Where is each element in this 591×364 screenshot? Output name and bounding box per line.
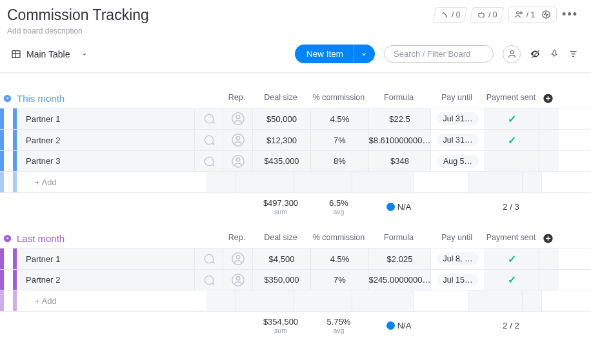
cell-payment-sent[interactable]: ✓ — [485, 270, 539, 290]
column-header-pay-until[interactable]: Pay until — [430, 233, 484, 244]
cell-formula[interactable]: $2.025 — [369, 248, 431, 269]
column-header-payment-sent[interactable]: Payment sent — [484, 93, 538, 104]
column-header-formula[interactable]: Formula — [368, 233, 430, 244]
add-column-button[interactable] — [538, 233, 557, 244]
cell-deal-size[interactable]: $4,500 — [253, 248, 311, 269]
caret-down-icon — [3, 234, 12, 243]
cell-formula[interactable]: $348 — [369, 151, 431, 171]
view-tab-main-table[interactable]: Main Table — [7, 46, 92, 62]
hide-button[interactable] — [530, 48, 541, 59]
cell-payment-sent[interactable]: ✓ — [485, 108, 539, 129]
row-end — [539, 108, 559, 129]
cell-commission[interactable]: 4.5% — [311, 108, 369, 129]
column-header-rep[interactable]: Rep. — [222, 93, 252, 104]
check-icon: ✓ — [508, 274, 516, 286]
view-tab-label: Main Table — [26, 49, 70, 59]
row-end — [539, 270, 559, 290]
person-filter-button[interactable] — [503, 45, 521, 63]
column-header-formula[interactable]: Formula — [368, 93, 430, 104]
board-description[interactable]: Add board description — [7, 26, 149, 35]
column-header-pay-until[interactable]: Pay until — [430, 93, 484, 104]
info-icon — [386, 203, 395, 211]
row-name-cell[interactable]: Partner 1 — [17, 248, 195, 269]
cell-payment-sent[interactable] — [485, 151, 539, 171]
svg-rect-0 — [479, 13, 484, 17]
column-header-deal[interactable]: Deal size — [252, 93, 310, 104]
cell-commission[interactable]: 8% — [311, 151, 369, 171]
group-title[interactable]: This month — [15, 93, 222, 104]
row-name-cell[interactable]: Partner 2 — [17, 270, 195, 290]
row-chat-button[interactable] — [195, 108, 223, 129]
row-chat-button[interactable] — [195, 130, 223, 150]
search-input[interactable] — [394, 49, 484, 59]
cell-rep[interactable] — [223, 130, 253, 150]
row-chat-button[interactable] — [195, 270, 223, 290]
cell-commission[interactable]: 7% — [311, 270, 369, 290]
cell-deal-size[interactable]: $12,300 — [253, 130, 311, 150]
new-item-button[interactable]: New Item — [295, 45, 354, 63]
chat-icon — [203, 274, 215, 287]
add-column-button[interactable] — [538, 93, 557, 104]
cell-rep[interactable] — [223, 151, 253, 171]
chat-icon — [203, 155, 215, 168]
search-input-wrap[interactable] — [384, 45, 494, 63]
integration-pill-1[interactable]: / 0 — [432, 7, 467, 23]
cell-deal-size[interactable]: $435,000 — [253, 151, 311, 171]
cell-payment-sent[interactable]: ✓ — [485, 248, 539, 269]
add-row-label[interactable]: + Add — [17, 290, 206, 311]
chevron-down-icon — [81, 51, 88, 57]
cell-commission[interactable]: 7% — [311, 130, 369, 150]
column-header-commission[interactable]: % commission — [310, 233, 368, 244]
cell-rep[interactable] — [223, 108, 253, 129]
cell-pay-until[interactable]: Jul 31… — [431, 108, 485, 129]
person-icon — [231, 112, 245, 126]
svg-point-9 — [236, 116, 240, 119]
group-title[interactable]: Last month — [15, 233, 222, 244]
add-row[interactable]: + Add — [0, 290, 591, 312]
filter-button[interactable] — [568, 49, 578, 59]
svg-point-19 — [236, 276, 240, 280]
cell-rep[interactable] — [223, 270, 253, 290]
row-end — [539, 248, 559, 269]
cell-deal-size[interactable]: $50,000 — [253, 108, 311, 129]
new-item-dropdown[interactable] — [354, 45, 375, 63]
cell-deal-size[interactable]: $350,000 — [253, 270, 311, 290]
check-icon: ✓ — [508, 134, 516, 147]
cell-pay-until[interactable]: Jul 15… — [431, 270, 485, 290]
group-collapse-toggle[interactable] — [1, 232, 13, 244]
members-pill[interactable]: / 1 — [508, 6, 557, 23]
cell-formula[interactable]: $22.5 — [369, 108, 431, 129]
cell-commission[interactable]: 4.5% — [311, 248, 369, 269]
cell-pay-until[interactable]: Aug 5… — [431, 151, 485, 171]
column-header-deal[interactable]: Deal size — [252, 233, 310, 244]
column-header-payment-sent[interactable]: Payment sent — [484, 233, 538, 244]
plus-circle-icon — [543, 93, 554, 104]
cell-payment-sent[interactable]: ✓ — [485, 130, 539, 150]
more-menu[interactable]: ••• — [562, 8, 578, 21]
row-name-cell[interactable]: Partner 1 — [17, 108, 195, 129]
table-row: Partner 1$50,0004.5%$22.5Jul 31…✓ — [0, 108, 591, 129]
cell-formula[interactable]: $245.0000000… — [369, 270, 431, 290]
row-chat-button[interactable] — [195, 151, 223, 171]
cell-rep[interactable] — [223, 248, 253, 269]
group-summary: $354,500sum5.75%avgN/A2 / 2 — [0, 312, 591, 334]
column-header-rep[interactable]: Rep. — [222, 233, 252, 244]
person-icon — [231, 133, 245, 147]
add-row[interactable]: + Add — [0, 172, 591, 193]
add-row-label[interactable]: + Add — [17, 172, 206, 192]
column-header-commission[interactable]: % commission — [310, 93, 368, 104]
summary-deal: $354,500sum — [252, 317, 310, 334]
summary-sent: 2 / 3 — [484, 198, 538, 216]
svg-point-2 — [520, 12, 522, 14]
row-chat-button[interactable] — [195, 248, 223, 269]
cell-pay-until[interactable]: Jul 8, … — [431, 248, 485, 269]
group-collapse-toggle[interactable] — [1, 92, 13, 104]
row-name-cell[interactable]: Partner 2 — [17, 130, 195, 150]
integration-pill-2[interactable]: / 0 — [470, 7, 505, 23]
cell-pay-until[interactable]: Jul 31… — [431, 130, 485, 150]
row-name-cell[interactable]: Partner 3 — [17, 151, 195, 171]
summary-pay — [430, 198, 484, 216]
pin-button[interactable] — [550, 49, 559, 59]
svg-rect-4 — [12, 50, 20, 57]
cell-formula[interactable]: $8.610000000… — [369, 130, 431, 150]
